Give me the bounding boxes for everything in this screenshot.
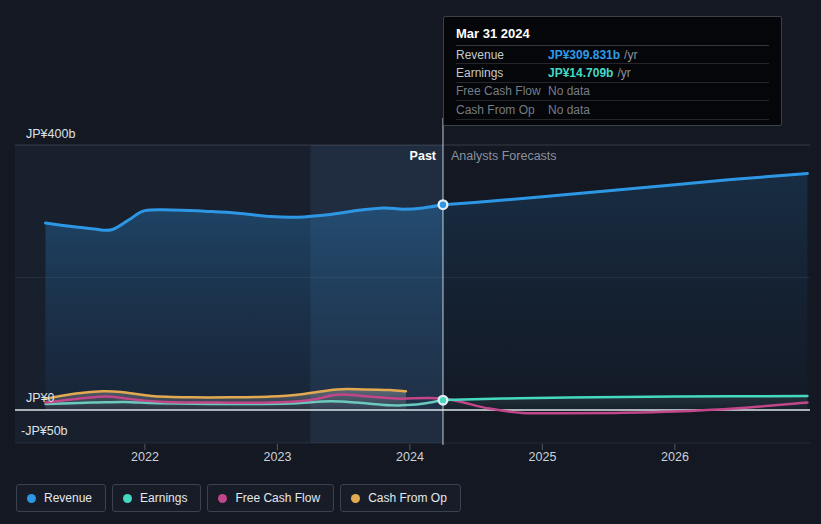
tooltip-label: Earnings xyxy=(456,66,548,80)
tooltip-value: JP¥14.709b xyxy=(548,66,613,80)
legend-label-free-cash-flow: Free Cash Flow xyxy=(235,491,320,505)
data-tooltip: Mar 31 2024 Revenue JP¥309.831b /yr Earn… xyxy=(443,16,782,126)
earnings-hover-marker-dot[interactable] xyxy=(440,397,446,403)
x-axis-label-2024: 2024 xyxy=(396,450,424,464)
y-axis-label-0: JP¥0 xyxy=(26,391,55,405)
cash-from-op-series-dot-icon xyxy=(351,494,360,503)
analysts-forecasts-zone-label: Analysts Forecasts xyxy=(451,149,557,164)
legend-item-earnings[interactable]: Earnings xyxy=(112,484,201,512)
tooltip-value: No data xyxy=(548,103,590,117)
tooltip-value: No data xyxy=(548,84,590,98)
revenue-forecast-area xyxy=(443,174,807,410)
past-zone-label: Past xyxy=(236,149,436,164)
tooltip-row-revenue: Revenue JP¥309.831b /yr xyxy=(456,46,769,64)
y-axis-label-400b: JP¥400b xyxy=(26,127,75,141)
tooltip-label: Cash From Op xyxy=(456,103,548,117)
legend-item-cash-from-op[interactable]: Cash From Op xyxy=(340,484,461,512)
free-cash-flow-series-dot-icon xyxy=(218,494,227,503)
tooltip-unit: /yr xyxy=(617,66,630,80)
legend-label-cash-from-op: Cash From Op xyxy=(368,491,447,505)
tooltip-row-free-cash-flow: Free Cash Flow No data xyxy=(456,83,769,101)
legend-label-revenue: Revenue xyxy=(44,491,92,505)
tooltip-value: JP¥309.831b xyxy=(548,48,620,62)
tooltip-label: Revenue xyxy=(456,48,548,62)
legend-item-free-cash-flow[interactable]: Free Cash Flow xyxy=(207,484,334,512)
tooltip-label: Free Cash Flow xyxy=(456,84,548,98)
legend-label-earnings: Earnings xyxy=(140,491,187,505)
chart-legend: Revenue Earnings Free Cash Flow Cash Fro… xyxy=(16,484,461,512)
legend-item-revenue[interactable]: Revenue xyxy=(16,484,106,512)
revenue-hover-marker-dot[interactable] xyxy=(440,202,446,208)
revenue-series-dot-icon xyxy=(27,494,36,503)
tooltip-row-cash-from-op: Cash From Op No data xyxy=(456,101,769,119)
tooltip-unit: /yr xyxy=(624,48,637,62)
x-axis-label-2023: 2023 xyxy=(264,450,292,464)
earnings-revenue-growth-chart: JP¥400b JP¥0 -JP¥50b 2022 2023 2024 2025… xyxy=(0,0,821,524)
tooltip-date: Mar 31 2024 xyxy=(456,23,769,46)
x-axis-label-2026: 2026 xyxy=(661,450,689,464)
x-axis-label-2025: 2025 xyxy=(529,450,557,464)
tooltip-row-earnings: Earnings JP¥14.709b /yr xyxy=(456,64,769,82)
earnings-series-dot-icon xyxy=(123,494,132,503)
y-axis-label-neg50b: -JP¥50b xyxy=(21,424,68,438)
x-axis-label-2022: 2022 xyxy=(131,450,159,464)
revenue-past-area xyxy=(46,205,444,410)
